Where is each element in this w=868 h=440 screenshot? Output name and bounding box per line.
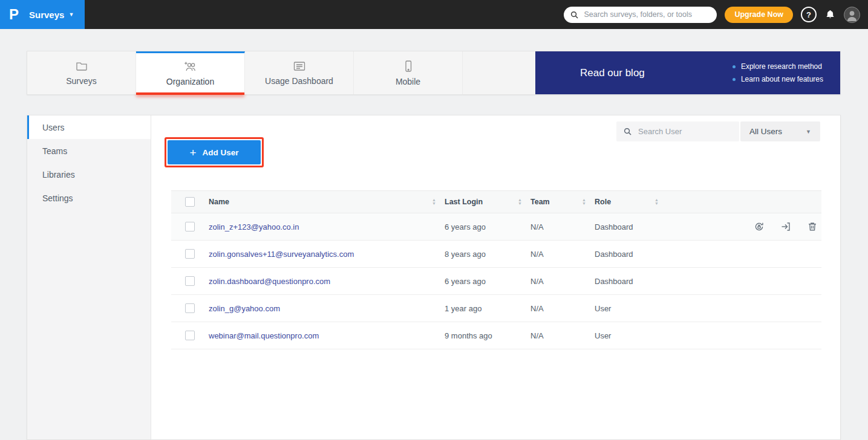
section-tabs: Surveys Organization Usage Dashboard Mob… (27, 51, 841, 95)
team-cell: N/A (530, 277, 595, 286)
table-row: webinar@mail.questionpro.com9 months ago… (171, 322, 821, 349)
user-search-input[interactable] (637, 126, 746, 137)
user-table-body: zolin_z+123@yahoo.co.in6 years agoN/ADas… (171, 213, 821, 349)
user-email-link[interactable]: webinar@mail.questionpro.com (209, 331, 319, 340)
user-email-link[interactable]: zolin_g@yahoo.com (209, 304, 280, 313)
role-cell: Dashboard (595, 222, 667, 231)
reset-password-icon[interactable] (754, 221, 765, 232)
user-controls: All Users (616, 121, 820, 141)
user-email-link[interactable]: zolin_z+123@yahoo.co.in (209, 222, 299, 231)
filter-label: All Users (749, 127, 782, 136)
bullet-dot-icon (733, 65, 736, 68)
team-cell: N/A (530, 222, 595, 231)
role-cell: Dashboard (595, 250, 667, 259)
sidebar-item-users[interactable]: Users (27, 115, 151, 139)
add-user-button[interactable]: Add User (168, 140, 261, 164)
topbar: P Surveys Upgrade Now ? (0, 0, 868, 29)
column-header-role[interactable]: Role (595, 198, 667, 206)
sidebar-item-libraries[interactable]: Libraries (27, 163, 151, 186)
login-as-user-icon[interactable] (780, 221, 791, 232)
header-label: Name (209, 198, 229, 206)
header-label: Last Login (445, 198, 483, 206)
tab-surveys[interactable]: Surveys (27, 51, 136, 94)
row-checkbox[interactable] (185, 249, 195, 259)
tabs-filler (463, 51, 535, 94)
select-all-checkbox[interactable] (185, 197, 195, 207)
delete-user-icon[interactable] (807, 221, 818, 232)
column-header-name[interactable]: Name (209, 198, 445, 206)
row-checkbox[interactable] (185, 222, 195, 231)
column-header-team[interactable]: Team (530, 198, 595, 206)
topbar-right-cluster: Upgrade Now ? (564, 7, 868, 23)
table-row: zolin.dashboard@questionpro.com6 years a… (171, 268, 821, 295)
users-content: All Users Add User Name Last Login (151, 115, 840, 439)
sort-icon[interactable] (654, 198, 659, 205)
help-button[interactable]: ? (801, 7, 817, 22)
tab-label: Surveys (66, 76, 97, 86)
product-name: Surveys (29, 10, 64, 20)
sort-icon[interactable] (582, 198, 586, 205)
tab-label: Mobile (396, 77, 420, 86)
upgrade-now-button[interactable]: Upgrade Now (725, 7, 793, 23)
sort-icon[interactable] (432, 198, 436, 205)
tab-label: Organization (166, 77, 214, 86)
bullet-text: Learn about new features (741, 75, 823, 83)
user-email-link[interactable]: zolin.gonsalves+11@surveyanalytics.com (209, 250, 354, 259)
tab-mobile[interactable]: Mobile (354, 51, 463, 94)
questionpro-logo-icon: P (0, 6, 28, 23)
last-login-cell: 6 years ago (445, 222, 530, 231)
header-label: Team (530, 198, 550, 206)
banner-bullet: Learn about new features (733, 75, 823, 83)
last-login-cell: 9 months ago (445, 331, 530, 340)
sidebar-item-settings[interactable]: Settings (27, 186, 151, 210)
org-sidebar: Users Teams Libraries Settings (27, 115, 151, 439)
user-avatar[interactable] (844, 7, 860, 23)
search-icon (570, 11, 578, 19)
table-header-row: Name Last Login Team Role (171, 190, 821, 213)
user-filter-dropdown[interactable]: All Users (740, 121, 820, 141)
table-row: zolin_z+123@yahoo.co.in6 years agoN/ADas… (171, 213, 821, 241)
user-email-link[interactable]: zolin.dashboard@questionpro.com (209, 277, 330, 286)
role-cell: Dashboard (595, 277, 667, 286)
plus-icon (189, 147, 196, 158)
blog-banner[interactable]: Read our blog Explore research method Le… (535, 51, 840, 94)
row-actions (731, 221, 821, 232)
banner-title[interactable]: Read our blog (580, 67, 645, 79)
role-cell: User (595, 331, 667, 340)
row-checkbox[interactable] (185, 331, 195, 340)
search-icon (624, 128, 631, 135)
add-user-label: Add User (203, 148, 239, 157)
last-login-cell: 1 year ago (445, 304, 530, 313)
tab-usage-dashboard[interactable]: Usage Dashboard (245, 51, 354, 94)
dashboard-icon (293, 60, 306, 72)
team-cell: N/A (530, 250, 595, 259)
global-search (564, 7, 717, 23)
bullet-text: Explore research method (741, 62, 822, 71)
header-label: Role (595, 198, 611, 206)
sort-icon[interactable] (518, 198, 522, 205)
global-search-input[interactable] (582, 10, 710, 19)
team-cell: N/A (530, 304, 595, 313)
product-switcher[interactable]: P Surveys (0, 0, 85, 29)
banner-bullet: Explore research method (733, 62, 823, 71)
bullet-dot-icon (733, 78, 736, 81)
table-row: zolin.gonsalves+11@surveyanalytics.com8 … (171, 241, 821, 268)
team-cell: N/A (530, 331, 595, 340)
row-checkbox[interactable] (185, 276, 195, 286)
organization-icon (183, 61, 198, 73)
sidebar-item-teams[interactable]: Teams (27, 139, 151, 163)
column-header-last-login[interactable]: Last Login (445, 198, 530, 206)
folder-icon (75, 60, 88, 72)
notifications-bell-icon[interactable] (824, 9, 836, 21)
chevron-down-icon (68, 11, 74, 18)
row-checkbox[interactable] (185, 303, 195, 313)
user-search (616, 121, 739, 141)
mobile-icon (402, 60, 414, 73)
tab-organization[interactable]: Organization (136, 51, 245, 94)
role-cell: User (595, 304, 667, 313)
table-row: zolin_g@yahoo.com1 year agoN/AUser (171, 295, 821, 322)
users-table: Name Last Login Team Role zolin_ (171, 190, 821, 349)
chevron-down-icon (806, 129, 811, 135)
last-login-cell: 6 years ago (445, 277, 530, 286)
add-user-annotation-box: Add User (165, 137, 264, 167)
